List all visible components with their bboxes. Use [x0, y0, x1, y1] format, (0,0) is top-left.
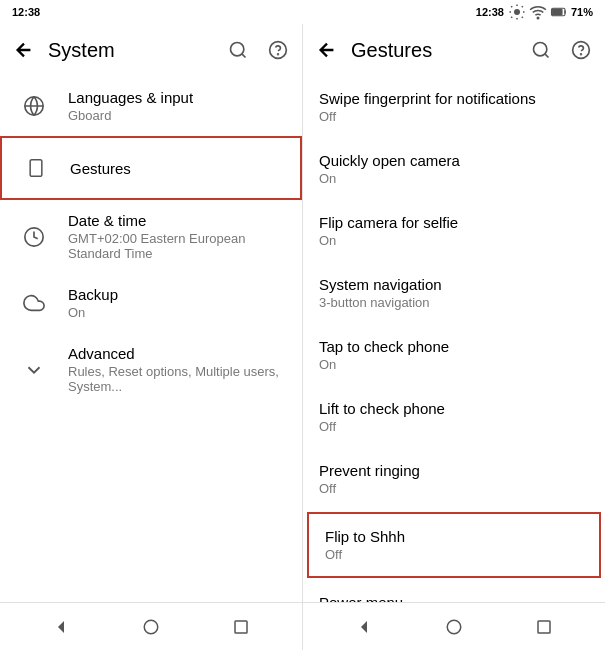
svg-marker-17 — [361, 621, 367, 633]
screens: System Languages & input Gboard — [0, 24, 605, 602]
cloud-icon — [16, 285, 52, 321]
swipe-fingerprint-subtitle: Off — [319, 109, 589, 124]
status-bar: 12:38 12:38 71% — [0, 0, 605, 24]
svg-rect-3 — [552, 9, 562, 15]
status-bar-right: 12:38 71% — [303, 0, 606, 24]
tap-check-item[interactable]: Tap to check phone On — [303, 324, 605, 386]
status-icons: 71% — [508, 3, 593, 21]
chevron-down-icon — [16, 352, 52, 388]
left-recents-button[interactable] — [223, 609, 259, 645]
swipe-fingerprint-title: Swipe fingerprint for notifications — [319, 90, 589, 107]
datetime-item[interactable]: Date & time GMT+02:00 Eastern European S… — [0, 200, 302, 273]
open-camera-title: Quickly open camera — [319, 152, 589, 169]
tap-check-subtitle: On — [319, 357, 589, 372]
prevent-ringing-title: Prevent ringing — [319, 462, 589, 479]
gestures-back-button[interactable] — [311, 34, 343, 66]
tap-check-title: Tap to check phone — [319, 338, 589, 355]
svg-point-11 — [534, 43, 547, 56]
prevent-ringing-subtitle: Off — [319, 481, 589, 496]
system-search-button[interactable] — [222, 34, 254, 66]
advanced-item[interactable]: Advanced Rules, Reset options, Multiple … — [0, 333, 302, 406]
languages-text: Languages & input Gboard — [68, 89, 286, 123]
gestures-top-icons — [525, 34, 597, 66]
system-help-button[interactable] — [262, 34, 294, 66]
svg-rect-16 — [235, 621, 247, 633]
left-nav-panel — [0, 603, 302, 650]
datetime-title: Date & time — [68, 212, 286, 229]
right-home-button[interactable] — [436, 609, 472, 645]
languages-subtitle: Gboard — [68, 108, 286, 123]
gestures-list: Swipe fingerprint for notifications Off … — [303, 76, 605, 602]
svg-point-1 — [537, 17, 539, 19]
svg-point-13 — [581, 54, 582, 55]
svg-marker-14 — [58, 621, 64, 633]
svg-rect-8 — [30, 160, 42, 177]
right-nav-panel — [302, 603, 605, 650]
system-nav-subtitle: 3-button navigation — [319, 295, 589, 310]
gestures-text: Gestures — [70, 160, 284, 177]
system-back-button[interactable] — [8, 34, 40, 66]
gestures-top-bar: Gestures — [303, 24, 605, 76]
svg-point-6 — [278, 54, 279, 55]
system-screen: System Languages & input Gboard — [0, 24, 302, 602]
flip-shhh-subtitle: Off — [325, 547, 583, 562]
open-camera-subtitle: On — [319, 171, 589, 186]
svg-point-0 — [514, 9, 520, 15]
phone-icon — [18, 150, 54, 186]
gestures-screen: Gestures Swipe fingerprint for notificat… — [302, 24, 605, 602]
right-recents-button[interactable] — [526, 609, 562, 645]
flip-camera-item[interactable]: Flip camera for selfie On — [303, 200, 605, 262]
status-bar-left: 12:38 — [0, 0, 303, 24]
left-back-button[interactable] — [43, 609, 79, 645]
time-right: 12:38 — [476, 6, 504, 18]
left-home-button[interactable] — [133, 609, 169, 645]
system-title: System — [48, 39, 222, 62]
advanced-title: Advanced — [68, 345, 286, 362]
svg-point-15 — [144, 620, 158, 634]
backup-item[interactable]: Backup On — [0, 273, 302, 333]
clock-icon — [16, 219, 52, 255]
backup-subtitle: On — [68, 305, 286, 320]
right-back-button[interactable] — [346, 609, 382, 645]
flip-camera-title: Flip camera for selfie — [319, 214, 589, 231]
svg-point-18 — [447, 620, 461, 634]
time-left: 12:38 — [12, 6, 40, 18]
languages-title: Languages & input — [68, 89, 286, 106]
advanced-text: Advanced Rules, Reset options, Multiple … — [68, 345, 286, 394]
flip-camera-subtitle: On — [319, 233, 589, 248]
svg-rect-19 — [538, 621, 550, 633]
system-nav-title: System navigation — [319, 276, 589, 293]
advanced-subtitle: Rules, Reset options, Multiple users, Sy… — [68, 364, 286, 394]
system-settings-list: Languages & input Gboard Gestures — [0, 76, 302, 602]
swipe-fingerprint-item[interactable]: Swipe fingerprint for notifications Off — [303, 76, 605, 138]
svg-point-4 — [231, 43, 244, 56]
power-menu-title: Power menu — [319, 594, 589, 602]
system-nav-item[interactable]: System navigation 3-button navigation — [303, 262, 605, 324]
battery-pct: 71% — [571, 6, 593, 18]
nav-bar — [0, 602, 605, 650]
flip-shhh-item[interactable]: Flip to Shhh Off — [307, 512, 601, 578]
globe-icon — [16, 88, 52, 124]
gestures-item[interactable]: Gestures — [0, 136, 302, 200]
gestures-screen-title: Gestures — [351, 39, 525, 62]
gestures-title: Gestures — [70, 160, 284, 177]
backup-title: Backup — [68, 286, 286, 303]
lift-check-subtitle: Off — [319, 419, 589, 434]
gestures-search-button[interactable] — [525, 34, 557, 66]
flip-shhh-title: Flip to Shhh — [325, 528, 583, 545]
languages-item[interactable]: Languages & input Gboard — [0, 76, 302, 136]
open-camera-item[interactable]: Quickly open camera On — [303, 138, 605, 200]
gestures-help-button[interactable] — [565, 34, 597, 66]
system-top-icons — [222, 34, 294, 66]
datetime-text: Date & time GMT+02:00 Eastern European S… — [68, 212, 286, 261]
power-menu-item[interactable]: Power menu Show device controls — [303, 580, 605, 602]
lift-check-item[interactable]: Lift to check phone Off — [303, 386, 605, 448]
backup-text: Backup On — [68, 286, 286, 320]
system-top-bar: System — [0, 24, 302, 76]
prevent-ringing-item[interactable]: Prevent ringing Off — [303, 448, 605, 510]
lift-check-title: Lift to check phone — [319, 400, 589, 417]
datetime-subtitle: GMT+02:00 Eastern European Standard Time — [68, 231, 286, 261]
